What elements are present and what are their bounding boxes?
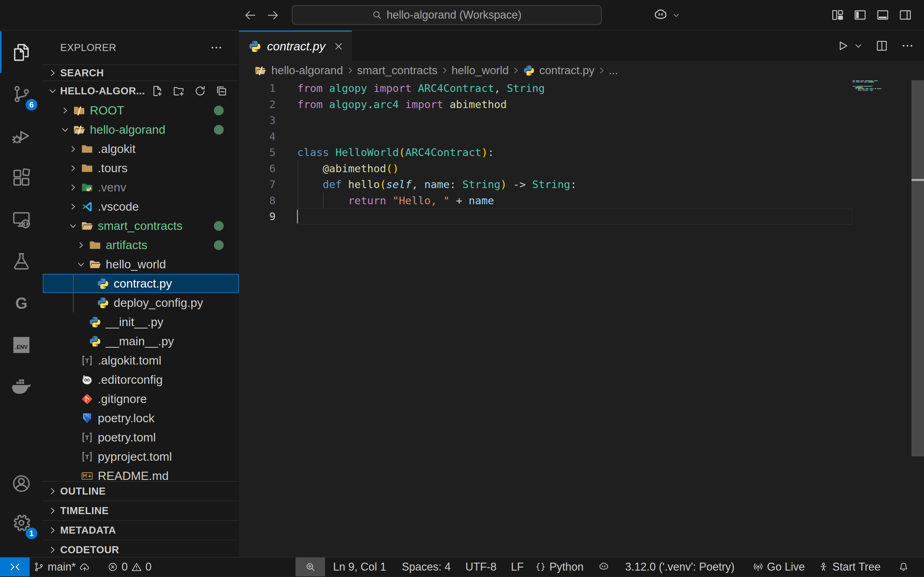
- status-start-tree[interactable]: Start Tree: [818, 558, 880, 576]
- copilot-menu-button[interactable]: [653, 7, 680, 23]
- tree-item-algokit-toml[interactable]: T.algokit.toml: [43, 351, 239, 370]
- breadcrumb-label: ...: [609, 64, 618, 77]
- run-python-file-button[interactable]: [836, 39, 850, 53]
- code-token: def: [323, 178, 342, 190]
- pane-header-metadata[interactable]: METADATA: [43, 520, 239, 540]
- activity-bar-item-run-and-debug[interactable]: [0, 115, 43, 156]
- activity-bar-item-source-control[interactable]: 6: [0, 73, 43, 115]
- breadcrumb-hello-algorand[interactable]: hello-algorand: [254, 64, 343, 77]
- chevron-down-icon: [48, 86, 57, 96]
- tree-item-deploy-config-py[interactable]: deploy_config.py: [43, 293, 239, 312]
- run-options-chevron[interactable]: [854, 41, 863, 50]
- scrollbar-slider[interactable]: [911, 80, 924, 456]
- tree-item-label: smart_contracts: [98, 219, 183, 233]
- breadcrumb-symbol[interactable]: ...: [609, 64, 618, 77]
- breadcrumb-contract-py[interactable]: contract.py: [523, 64, 594, 77]
- status-cursor-position[interactable]: Ln 9, Col 1: [333, 558, 386, 576]
- pane-header-timeline[interactable]: TIMELINE: [43, 501, 239, 520]
- activity-bar-item-settings[interactable]: 1: [0, 501, 43, 543]
- tree-item-algokit[interactable]: .algokit: [43, 139, 239, 158]
- python-icon: [523, 64, 535, 77]
- activity-bar-item-extensions[interactable]: [0, 156, 43, 198]
- status-git-branch[interactable]: main*: [33, 558, 90, 576]
- tree-item-init-py[interactable]: __init__.py: [43, 312, 239, 332]
- breadcrumb-smart-contracts[interactable]: smart_contracts: [357, 64, 438, 77]
- sidebar-title: EXPLORER: [43, 31, 239, 64]
- breadcrumb-hello-world[interactable]: hello_world: [452, 64, 509, 77]
- layout-sidebar-right-icon[interactable]: [898, 8, 913, 22]
- status-bar: main*00Ln 9, Col 1Spaces: 4UTF-8LFPython…: [0, 557, 924, 576]
- tree-item-readme-md[interactable]: README.md: [43, 466, 239, 481]
- activity-bar-item-gitlens[interactable]: G: [0, 282, 43, 324]
- line-number: 4: [239, 129, 276, 145]
- warning-icon: [131, 561, 142, 573]
- code-token: algopy: [329, 98, 367, 111]
- code-token: String: [507, 82, 545, 94]
- python-icon: [97, 297, 109, 309]
- root-folder-open-icon: [73, 123, 86, 136]
- tree-item-main-py[interactable]: __main__.py: [43, 332, 239, 351]
- new-file-icon[interactable]: [151, 85, 164, 97]
- tab-contract-py[interactable]: contract.py: [239, 31, 352, 61]
- status-python-interpreter[interactable]: 3.12.0 ('.venv': Poetry): [625, 558, 735, 576]
- status-eol[interactable]: LF: [511, 558, 524, 576]
- breadcrumb-separator-icon: [597, 66, 606, 75]
- pane-header-search[interactable]: SEARCH: [43, 64, 239, 81]
- status-problems[interactable]: 00: [107, 558, 152, 576]
- tree-item-editorconfig[interactable]: .editorconfig: [43, 370, 239, 389]
- activity-bar-item-remote-explorer[interactable]: [0, 198, 43, 240]
- new-folder-icon[interactable]: [172, 85, 185, 97]
- status-encoding[interactable]: UTF-8: [465, 558, 496, 576]
- split-editor-button[interactable]: [875, 39, 888, 53]
- customize-layout-icon[interactable]: [830, 8, 845, 22]
- layout-sidebar-left-icon[interactable]: [853, 8, 867, 22]
- editor-scrollbar[interactable]: [911, 80, 924, 557]
- tree-item-hello-world[interactable]: hello_world: [43, 255, 239, 274]
- status-notifications[interactable]: [898, 558, 909, 576]
- command-center-search[interactable]: hello-algorand (Workspace): [292, 5, 602, 25]
- status-label: main*: [48, 561, 76, 573]
- status-language-mode[interactable]: Python: [535, 558, 584, 576]
- code-editor[interactable]: 123456789 from algopy import ARC4Contrac…: [239, 80, 924, 557]
- minimap-token: [862, 88, 864, 89]
- chevron-right-icon: [68, 164, 78, 173]
- tree-item-vscode[interactable]: .vscode: [43, 197, 239, 216]
- extensions-icon: [11, 167, 32, 189]
- pane-header-outline[interactable]: OUTLINE: [43, 481, 239, 501]
- svg-text:T: T: [85, 357, 89, 364]
- activity-bar-item-accounts[interactable]: [0, 463, 43, 504]
- status-copilot-status[interactable]: [598, 558, 610, 576]
- activity-bar-item-docker[interactable]: [0, 366, 43, 408]
- views-and-more-actions-button[interactable]: [210, 41, 223, 54]
- tree-item-pyproject-toml[interactable]: Tpyproject.toml: [43, 447, 239, 466]
- status-indentation[interactable]: Spaces: 4: [402, 558, 451, 576]
- pane-header-workspace[interactable]: HELLO-ALGOR...: [43, 81, 239, 101]
- status-go-live[interactable]: Go Live: [752, 558, 805, 576]
- pane-header-codetour[interactable]: CODETOUR: [43, 540, 239, 557]
- back-button[interactable]: [244, 8, 257, 22]
- root-folder-icon: [73, 104, 86, 117]
- tree-item-artifacts[interactable]: artifacts: [43, 235, 239, 255]
- status-remote[interactable]: [0, 558, 30, 576]
- activity-bar-item-explorer[interactable]: [0, 31, 43, 73]
- layout-panel-icon[interactable]: [876, 8, 890, 22]
- minimap[interactable]: [853, 80, 911, 92]
- status-zoom-indicator[interactable]: [296, 558, 325, 576]
- editor-actions: [836, 31, 924, 61]
- tree-item-poetry-toml[interactable]: Tpoetry.toml: [43, 428, 239, 447]
- tree-item-venv[interactable]: .venv: [43, 178, 239, 197]
- activity-bar-item-testing[interactable]: [0, 240, 43, 282]
- close-icon[interactable]: [333, 41, 344, 52]
- tree-item-poetry-lock[interactable]: poetry.lock: [43, 408, 239, 428]
- refresh-icon[interactable]: [194, 85, 207, 97]
- tree-item-root[interactable]: ROOT: [43, 101, 239, 120]
- more-actions-button[interactable]: [901, 39, 914, 53]
- forward-button[interactable]: [266, 8, 279, 22]
- tree-item-contract-py[interactable]: contract.py: [43, 274, 239, 293]
- tree-item-smart-contracts[interactable]: smart_contracts: [43, 216, 239, 235]
- tree-item-tours[interactable]: .tours: [43, 158, 239, 178]
- collapse-all-icon[interactable]: [215, 85, 228, 97]
- tree-item-hello-algorand[interactable]: hello-algorand: [43, 120, 239, 139]
- tree-item-gitignore[interactable]: .gitignore: [43, 389, 239, 408]
- activity-bar-item-dotenv[interactable]: .ENV: [0, 324, 43, 366]
